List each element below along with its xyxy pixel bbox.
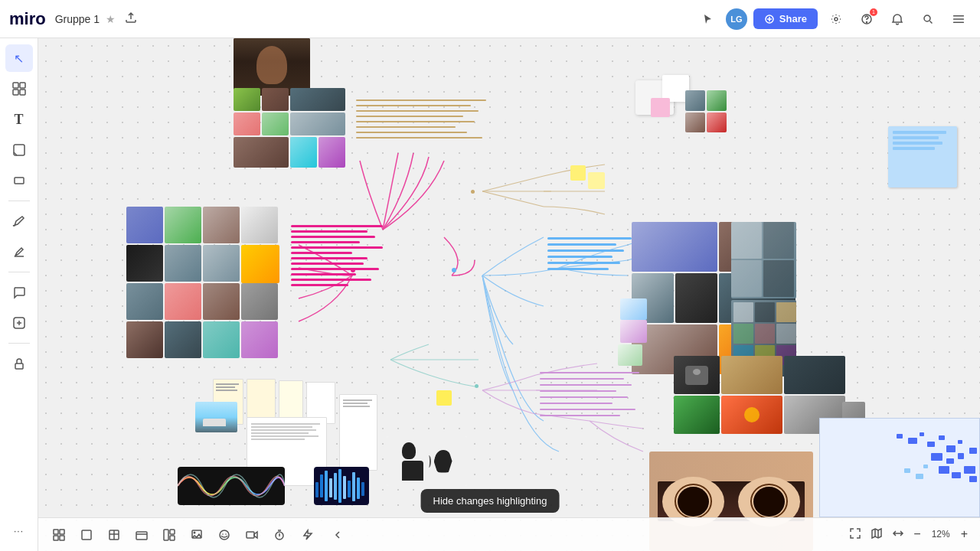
collapse-toolbar-btn[interactable] [326,523,349,546]
grid-bottom-btn[interactable] [47,523,70,546]
star-icon[interactable]: ★ [106,13,116,25]
small-img-3 [618,344,642,366]
photo-collage-left [126,207,287,360]
zoom-out-btn[interactable]: − [910,524,923,544]
comment-tool[interactable] [5,279,33,306]
gold-branch-lines [356,96,494,187]
svg-rect-60 [170,530,175,534]
toolbar-separator-2 [8,272,30,272]
svg-rect-6 [953,18,964,20]
pink-branch-lines [291,222,390,337]
svg-rect-40 [958,453,964,459]
reactions-btn[interactable] [213,523,236,546]
fit-width-btn[interactable] [889,524,907,545]
toolbar-separator-3 [8,343,30,344]
mini-map[interactable] [819,418,980,517]
svg-rect-13 [15,178,24,184]
small-img-2 [620,320,647,343]
svg-rect-57 [136,532,147,540]
search-icon-btn[interactable] [916,7,940,31]
notification-badge: 1 [870,8,877,16]
svg-rect-53 [82,530,91,540]
header-right: LG Share 1 [695,7,971,31]
frame-btn[interactable] [75,523,98,546]
svg-rect-52 [60,536,64,540]
sticky-note-tool[interactable] [5,136,33,164]
svg-point-64 [222,533,224,535]
svg-rect-44 [964,466,975,474]
upload-media-btn[interactable] [185,523,208,546]
hub-marker-2 [452,268,456,272]
svg-point-65 [225,533,227,535]
settings-icon-btn[interactable] [824,7,848,31]
user-avatar: LG [726,8,747,30]
svg-rect-35 [939,435,945,440]
project-name: Gruppe 1 [55,13,100,25]
svg-rect-50 [60,530,64,534]
svg-marker-70 [872,529,881,538]
lock-tool[interactable] [5,350,33,377]
layout-btn[interactable] [158,523,181,546]
fit-to-screen-btn[interactable] [846,524,864,545]
menu-icon-btn[interactable] [946,7,971,31]
lightning-btn[interactable] [296,523,318,546]
highlighter-tool[interactable] [5,238,33,266]
svg-rect-61 [170,536,175,540]
table-btn[interactable] [103,523,126,546]
canvas[interactable] [38,38,980,551]
help-icon-btn[interactable]: 1 [854,7,879,31]
more-tool[interactable]: ··· [5,517,33,545]
pink-sticky-top[interactable] [651,98,670,117]
notification-icon-btn[interactable] [885,7,910,31]
yellow-sticky-1[interactable] [570,165,586,181]
zoom-level-display: 12% [927,529,955,540]
upload-button[interactable] [125,11,137,27]
svg-rect-24 [338,469,341,503]
svg-rect-7 [953,21,964,23]
svg-rect-19 [315,482,318,497]
svg-rect-30 [820,419,980,517]
video-btn[interactable] [240,523,263,546]
svg-rect-46 [904,468,910,473]
svg-rect-25 [343,476,346,499]
pen-tool[interactable] [5,207,33,235]
select-tool[interactable]: ↖ [5,44,33,72]
hub-marker-4 [475,384,479,388]
svg-rect-23 [334,473,337,500]
shape-tool[interactable] [5,167,33,194]
yellow-sticky-2[interactable] [588,172,605,189]
svg-point-63 [194,531,196,533]
blue-sticky-top-right[interactable] [888,126,957,187]
purple-branch-lines [540,367,662,467]
plus-tool[interactable] [5,309,33,337]
zoom-in-btn[interactable]: + [958,524,971,544]
svg-rect-10 [13,90,18,95]
svg-rect-67 [247,532,254,538]
images-top-right [685,90,727,132]
svg-rect-27 [352,472,355,501]
timer-btn[interactable] [268,523,291,546]
container-btn[interactable] [130,523,153,546]
svg-rect-41 [969,448,977,454]
svg-rect-47 [916,474,923,479]
svg-rect-28 [357,478,360,499]
boat-photo [195,402,237,432]
hub-marker-3 [471,190,475,194]
share-button[interactable]: Share [753,8,818,29]
blue-branch-lines [547,233,639,295]
svg-rect-9 [20,83,25,88]
miro-logo: miro [9,9,46,29]
svg-rect-49 [54,530,58,534]
svg-rect-37 [958,440,962,444]
svg-rect-29 [361,482,364,496]
cursor-icon-btn[interactable] [695,7,720,31]
yellow-square-sticky[interactable] [436,390,452,406]
hearing-icon-image [387,436,467,486]
svg-rect-22 [329,478,332,497]
boards-tool[interactable] [5,75,33,103]
text-tool[interactable]: T [5,106,33,133]
map-view-btn[interactable] [867,524,886,545]
svg-rect-31 [897,434,903,439]
svg-point-1 [835,18,838,21]
svg-rect-18 [15,364,23,369]
